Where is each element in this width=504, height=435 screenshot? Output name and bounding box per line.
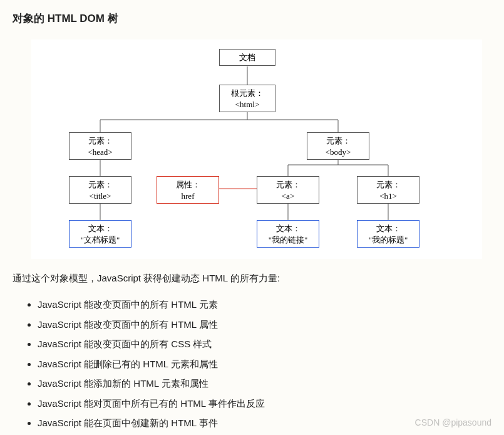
node-label: 文本： [376,224,401,233]
list-item: JavaScript 能改变页面中的所有 CSS 样式 [38,334,491,354]
node-label: 元素： [376,180,401,189]
node-label: 文档 [239,53,255,62]
node-body: 元素： <body> [307,132,369,160]
node-sub: <html> [235,100,260,109]
node-a-element: 元素： <a> [257,176,319,204]
node-head: 元素： <head> [69,132,131,160]
list-item: JavaScript 能在页面中创建新的 HTML 事件 [38,413,491,433]
intro-text: 通过这个对象模型，JavaScript 获得创建动态 HTML 的所有力量: [13,273,491,285]
node-attr-href: 属性： href [157,176,219,204]
node-text-title: 文本： "文档标题" [69,220,131,248]
node-sub: <head> [88,147,112,157]
node-label: 文本： [88,224,113,233]
node-title-element: 元素： <title> [69,176,131,204]
list-item: JavaScript 能改变页面中的所有 HTML 元素 [38,295,491,315]
node-sub: <title> [90,191,111,201]
list-item: JavaScript 能改变页面中的所有 HTML 属性 [38,315,491,335]
node-sub: <body> [326,147,351,157]
list-item: JavaScript 能删除已有的 HTML 元素和属性 [38,354,491,374]
list-item: JavaScript 能添加新的 HTML 元素和属性 [38,374,491,394]
node-label: 元素： [88,136,113,145]
capabilities-list: JavaScript 能改变页面中的所有 HTML 元素 JavaScript … [13,295,491,433]
node-document: 文档 [219,49,275,66]
node-root-html: 根元素： <html> [219,85,275,112]
node-sub: "文档标题" [81,235,120,244]
node-label: 元素： [88,180,113,189]
node-label: 元素： [326,136,351,145]
list-item: JavaScript 能对页面中所有已有的 HTML 事件作出反应 [38,394,491,414]
node-label: 文本： [276,224,301,233]
node-label: 根元素： [231,88,264,98]
node-label: 元素： [276,180,301,189]
dom-tree-diagram: 文档 根元素： <html> 元素： <head> 元素： <body> 元素：… [31,39,482,259]
page-title: 对象的 HTML DOM 树 [13,11,491,26]
node-label: 属性： [176,180,200,189]
node-sub: "我的标题" [369,235,408,244]
node-text-h1: 文本： "我的标题" [357,220,419,248]
node-sub: <h1> [379,191,397,201]
node-sub: <a> [282,191,294,201]
node-h1-element: 元素： <h1> [357,176,419,204]
node-sub: href [182,191,195,201]
node-sub: "我的链接" [269,235,308,244]
node-text-link: 文本： "我的链接" [257,220,319,248]
